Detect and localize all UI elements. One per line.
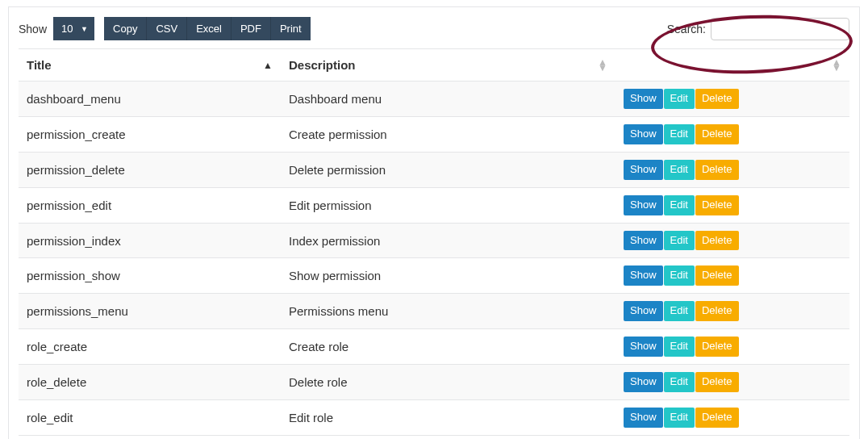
delete-button[interactable]: Delete [695, 372, 739, 392]
show-button[interactable]: Show [624, 372, 663, 392]
length-select[interactable]: 10 [53, 17, 94, 40]
show-button[interactable]: Show [624, 89, 663, 109]
csv-button[interactable]: CSV [146, 17, 186, 40]
cell-actions: ShowEditDelete [616, 82, 849, 117]
pdf-button[interactable]: PDF [231, 17, 270, 40]
cell-description: Create permission [281, 116, 616, 152]
cell-description: Index permission [281, 223, 616, 258]
edit-button[interactable]: Edit [664, 195, 695, 215]
edit-button[interactable]: Edit [664, 160, 695, 180]
edit-button[interactable]: Edit [664, 231, 695, 251]
sort-icon: ▲▼ [832, 60, 841, 71]
cell-actions: ShowEditDelete [616, 223, 849, 258]
cell-description: Dashboard menu [281, 82, 616, 117]
edit-button[interactable]: Edit [664, 337, 695, 357]
table-row: permission_createCreate permissionShowEd… [19, 116, 849, 152]
sort-icon: ▲ [263, 62, 273, 68]
delete-button[interactable]: Delete [695, 89, 739, 109]
cell-actions: ShowEditDelete [616, 329, 849, 365]
delete-button[interactable]: Delete [695, 124, 739, 144]
table-row: permission_deleteDelete permissionShowEd… [19, 152, 849, 187]
show-button[interactable]: Show [624, 124, 663, 144]
cell-actions: ShowEditDelete [616, 365, 849, 400]
show-button[interactable]: Show [624, 231, 663, 251]
edit-button[interactable]: Edit [664, 89, 695, 109]
cell-title: role_edit [19, 400, 281, 436]
copy-button[interactable]: Copy [104, 17, 146, 40]
column-header-description[interactable]: Description ▲▼ [281, 49, 616, 82]
search-label: Search: [667, 23, 706, 36]
cell-title: permission_edit [19, 187, 281, 223]
delete-button[interactable]: Delete [695, 265, 739, 286]
cell-description: Edit role [281, 400, 616, 436]
cell-title: role_delete [19, 365, 281, 400]
show-button[interactable]: Show [624, 160, 663, 180]
column-header-actions[interactable]: ▲▼ [616, 49, 849, 82]
cell-actions: ShowEditDelete [616, 187, 849, 223]
delete-button[interactable]: Delete [695, 408, 739, 428]
column-header-title[interactable]: Title ▲ [19, 49, 281, 82]
length-label: Show [19, 23, 47, 36]
table-row: role_deleteDelete roleShowEditDelete [19, 365, 849, 400]
edit-button[interactable]: Edit [664, 265, 695, 286]
cell-title: permission_delete [19, 152, 281, 187]
cell-actions: ShowEditDelete [616, 152, 849, 187]
delete-button[interactable]: Delete [695, 231, 739, 251]
edit-button[interactable]: Edit [664, 372, 695, 392]
edit-button[interactable]: Edit [664, 408, 695, 428]
cell-description: Permissions menu [281, 294, 616, 329]
cell-description: Delete permission [281, 152, 616, 187]
cell-title: permission_index [19, 223, 281, 258]
print-button[interactable]: Print [270, 17, 311, 40]
show-button[interactable]: Show [624, 195, 663, 215]
table-row: permission_editEdit permissionShowEditDe… [19, 187, 849, 223]
cell-description: Edit permission [281, 187, 616, 223]
cell-description: Delete role [281, 365, 616, 400]
edit-button[interactable]: Edit [664, 124, 695, 144]
cell-title: dashboard_menu [19, 82, 281, 117]
delete-button[interactable]: Delete [695, 337, 739, 357]
show-button[interactable]: Show [624, 408, 663, 428]
cell-actions: ShowEditDelete [616, 400, 849, 436]
cell-title: permissions_menu [19, 294, 281, 329]
cell-actions: ShowEditDelete [616, 258, 849, 294]
cell-description: Create role [281, 329, 616, 365]
cell-title: role_create [19, 329, 281, 365]
delete-button[interactable]: Delete [695, 195, 739, 215]
edit-button[interactable]: Edit [664, 301, 695, 321]
show-button[interactable]: Show [624, 337, 663, 357]
cell-actions: ShowEditDelete [616, 294, 849, 329]
table-row: permission_indexIndex permissionShowEdit… [19, 223, 849, 258]
cell-title: permission_create [19, 116, 281, 152]
table-row: permission_showShow permissionShowEditDe… [19, 258, 849, 294]
cell-actions: ShowEditDelete [616, 116, 849, 152]
show-button[interactable]: Show [624, 265, 663, 286]
table-row: role_createCreate roleShowEditDelete [19, 329, 849, 365]
search-input[interactable] [711, 18, 849, 40]
cell-description: Show permission [281, 258, 616, 294]
table-row: role_editEdit roleShowEditDelete [19, 400, 849, 436]
table-row: dashboard_menuDashboard menuShowEditDele… [19, 82, 849, 117]
show-button[interactable]: Show [624, 301, 663, 321]
table-row: permissions_menuPermissions menuShowEdit… [19, 294, 849, 329]
delete-button[interactable]: Delete [695, 301, 739, 321]
delete-button[interactable]: Delete [695, 160, 739, 180]
sort-icon: ▲▼ [598, 60, 607, 71]
cell-title: permission_show [19, 258, 281, 294]
permissions-table: Title ▲ Description ▲▼ ▲▼ dashboard_menu… [19, 48, 849, 436]
excel-button[interactable]: Excel [186, 17, 231, 40]
